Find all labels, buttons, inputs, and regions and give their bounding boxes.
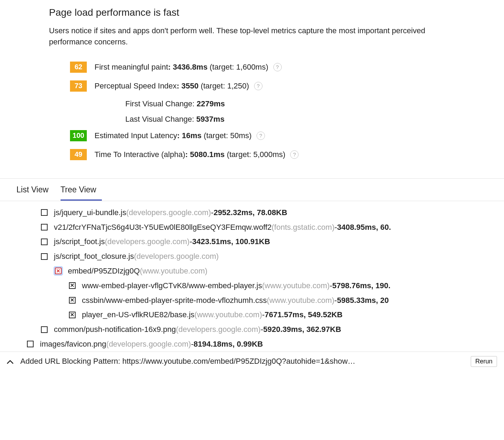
sub-metric-value: 2279ms — [197, 99, 225, 108]
help-icon[interactable]: ? — [254, 82, 262, 90]
file-domain: (www.youtube.com) — [267, 293, 334, 308]
block-checkbox[interactable] — [41, 239, 48, 245]
file-domain: (www.youtube.com) — [195, 307, 262, 322]
metric-label: First meaningful paint — [94, 63, 168, 72]
help-icon[interactable]: ? — [257, 132, 265, 140]
tree-row: www-embed-player-vflgCTvK8/www-embed-pla… — [0, 278, 504, 293]
separator: - — [335, 220, 337, 235]
file-stats: 8194.18ms, 0.99KB — [194, 337, 263, 352]
status-bar: Added URL Blocking Pattern: https://www.… — [0, 352, 504, 371]
block-checkbox[interactable] — [69, 312, 76, 318]
tabs: List View Tree View — [0, 178, 504, 201]
file-path: player_en-US-vflkRUE82/base.js — [82, 307, 195, 322]
separator: - — [261, 322, 263, 337]
file-domain: (developers.google.com) — [134, 249, 219, 264]
metric-label: Time To Interactive (alpha) — [94, 150, 185, 159]
metric-row: 100 Estimated Input Latency: 16ms (targe… — [70, 130, 455, 141]
score-badge: 100 — [70, 130, 87, 141]
file-stats: 3423.51ms, 100.91KB — [192, 234, 270, 249]
file-domain: (www.youtube.com) — [140, 264, 207, 278]
top-section: Page load performance is fast Users noti… — [0, 0, 504, 178]
separator: - — [262, 307, 265, 322]
score-badge: 62 — [70, 62, 87, 73]
file-path: cssbin/www-embed-player-sprite-mode-vflo… — [82, 293, 267, 308]
separator: - — [191, 337, 194, 352]
file-path: v21/2fcrYFNaTjcS6g4U3t-Y5UEw0lE80llgEseQ… — [54, 220, 272, 235]
metric-value: : 3550 — [177, 81, 198, 91]
score-badge: 49 — [70, 149, 87, 160]
help-icon[interactable]: ? — [273, 63, 282, 71]
file-path: images/favicon.png — [40, 337, 106, 352]
tree-row: cssbin/www-embed-player-sprite-mode-vflo… — [0, 293, 504, 308]
metric-target: (target: 1,600ms) — [210, 63, 268, 72]
sub-metric-label: First Visual Change: — [125, 99, 195, 108]
metric-target: (target: 50ms) — [204, 131, 252, 140]
file-domain: (developers.google.com) — [106, 337, 191, 352]
block-checkbox[interactable] — [41, 326, 48, 333]
metric-row: 62 First meaningful paint: 3436.8ms (tar… — [70, 62, 455, 73]
metric-row: 49 Time To Interactive (alpha): 5080.1ms… — [70, 149, 455, 160]
tree-row: embed/P95ZDIzjg0Q (www.youtube.com) — [0, 264, 504, 278]
metric-target: (target: 5,000ms) — [227, 150, 286, 159]
metric-label: Perceptual Speed Index — [94, 81, 177, 91]
block-checkbox[interactable] — [27, 341, 34, 347]
file-path: common/push-notification-16x9.png — [54, 322, 176, 337]
block-checkbox[interactable] — [41, 209, 48, 216]
tab-tree-view[interactable]: Tree View — [61, 179, 102, 201]
file-stats: 5985.33ms, 20 — [337, 293, 389, 308]
help-icon[interactable]: ? — [290, 150, 299, 159]
file-stats: 5798.76ms, 190. — [332, 278, 390, 293]
block-checkbox[interactable] — [55, 268, 62, 274]
tree-row: v21/2fcrYFNaTjcS6g4U3t-Y5UEw0lE80llgEseQ… — [0, 220, 504, 235]
metric-value: : 16ms — [177, 131, 202, 140]
separator: - — [211, 205, 214, 220]
file-domain: (www.youtube.com) — [262, 278, 330, 293]
metric-target: (target: 1,250) — [201, 81, 249, 91]
file-path: js/script_foot_closure.js — [54, 249, 134, 264]
sub-metric-value: 5937ms — [196, 115, 225, 123]
page-description: Users notice if sites and apps don't per… — [49, 25, 455, 48]
file-domain: (fonts.gstatic.com) — [272, 220, 335, 235]
block-checkbox[interactable] — [41, 253, 48, 260]
file-domain: (developers.google.com) — [105, 234, 190, 249]
tree-row: common/push-notification-16x9.png (devel… — [0, 322, 504, 337]
tree-row: js/script_foot.js (developers.google.com… — [0, 234, 504, 249]
separator: - — [330, 278, 332, 293]
block-checkbox[interactable] — [69, 297, 76, 304]
file-stats: 2952.32ms, 78.08KB — [214, 205, 287, 220]
tree-row: images/favicon.png (developers.google.co… — [0, 337, 504, 352]
file-path: embed/P95ZDIzjg0Q — [68, 264, 140, 278]
sub-metric: Last Visual Change: 5937ms — [70, 115, 455, 124]
file-path: www-embed-player-vflgCTvK8/www-embed-pla… — [82, 278, 262, 293]
block-checkbox[interactable] — [69, 282, 76, 289]
file-domain: (developers.google.com) — [126, 205, 211, 220]
rerun-button[interactable]: Rerun — [471, 356, 497, 367]
metric-label: Estimated Input Latency — [94, 131, 177, 140]
chevron-up-icon[interactable] — [7, 357, 13, 366]
file-path: js/jquery_ui-bundle.js — [54, 205, 126, 220]
tree-row: js/script_foot_closure.js (developers.go… — [0, 249, 504, 264]
metrics-list: 62 First meaningful paint: 3436.8ms (tar… — [49, 62, 455, 160]
tree-view: js/jquery_ui-bundle.js (developers.googl… — [0, 201, 504, 352]
sub-metric-label: Last Visual Change: — [125, 115, 194, 123]
block-checkbox[interactable] — [41, 224, 48, 230]
separator: - — [334, 293, 337, 308]
tree-row: player_en-US-vflkRUE82/base.js (www.yout… — [0, 307, 504, 322]
metric-value: : 5080.1ms — [185, 150, 225, 159]
file-stats: 7671.57ms, 549.52KB — [265, 307, 343, 322]
sub-metric: First Visual Change: 2279ms — [70, 99, 455, 108]
page-title: Page load performance is fast — [49, 7, 455, 18]
file-stats: 5920.39ms, 362.97KB — [263, 322, 341, 337]
status-text: Added URL Blocking Pattern: https://www.… — [20, 357, 467, 366]
metric-value: : 3436.8ms — [168, 63, 208, 72]
tab-list-view[interactable]: List View — [16, 179, 54, 201]
file-stats: 3408.95ms, 60. — [337, 220, 391, 235]
score-badge: 73 — [70, 80, 87, 92]
metric-row: 73 Perceptual Speed Index: 3550 (target:… — [70, 80, 455, 92]
file-path: js/script_foot.js — [54, 234, 105, 249]
tree-row: js/jquery_ui-bundle.js (developers.googl… — [0, 205, 504, 220]
file-domain: (developers.google.com) — [176, 322, 261, 337]
separator: - — [190, 234, 192, 249]
